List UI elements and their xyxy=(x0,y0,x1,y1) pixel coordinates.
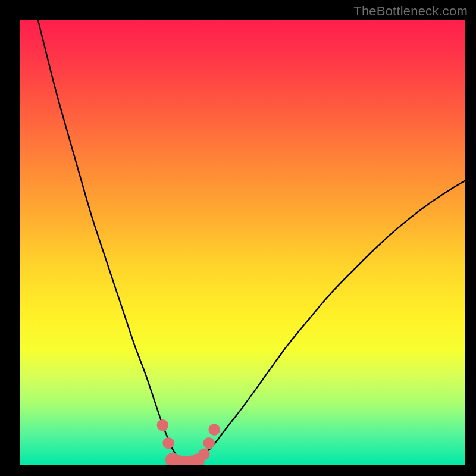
curve-markers xyxy=(157,419,220,465)
curve-marker xyxy=(162,437,174,449)
curve-marker xyxy=(198,449,209,460)
curve-svg xyxy=(20,20,465,465)
curve-marker xyxy=(157,419,168,431)
bottleneck-curve xyxy=(38,20,465,464)
chart-frame: TheBottleneck.com xyxy=(0,0,476,476)
credit-label: TheBottleneck.com xyxy=(353,4,468,19)
curve-marker xyxy=(208,424,220,435)
curve-marker xyxy=(203,437,214,449)
plot-area xyxy=(20,20,465,465)
